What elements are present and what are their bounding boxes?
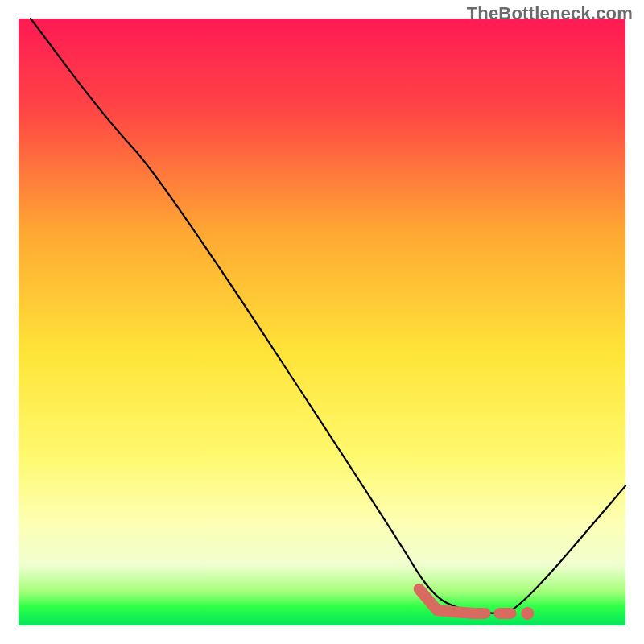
watermark-text: TheBottleneck.com — [467, 3, 633, 24]
plot-background — [19, 19, 625, 625]
chart-svg — [0, 0, 644, 644]
curve-bottom-marker-tip — [521, 607, 534, 620]
chart-canvas: { "watermark": "TheBottleneck.com", "cha… — [0, 0, 644, 644]
